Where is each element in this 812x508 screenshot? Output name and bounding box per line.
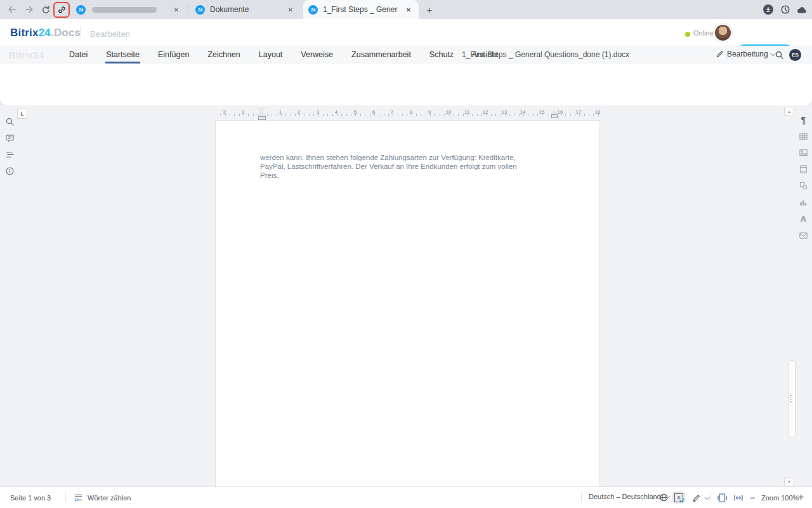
back-arrow-icon [7, 4, 17, 15]
online-status-dot [685, 32, 690, 37]
user-initials-badge[interactable]: ES [789, 49, 801, 61]
track-changes-button[interactable] [691, 493, 709, 503]
close-icon[interactable]: ✕ [285, 4, 296, 15]
menu-items: Datei Startseite Einfügen Zeichnen Layou… [69, 46, 499, 64]
logo-docs: .Docs [51, 27, 81, 39]
statusbar-divider [710, 492, 711, 502]
envelope-icon [799, 231, 808, 240]
header-divider [80, 27, 81, 37]
menu-zeichnen[interactable]: Zeichnen [207, 47, 240, 62]
document-page: werden kann. Ihnen stehen folgende Zahlu… [216, 121, 599, 486]
comments-button[interactable] [4, 132, 15, 144]
language-selector[interactable]: Deutsch – Deutschland [589, 493, 669, 500]
image-settings-button[interactable] [798, 147, 809, 158]
cloud-icon [797, 5, 808, 14]
chevron-down-icon [705, 495, 710, 500]
new-tab-button[interactable]: + [422, 3, 436, 17]
find-button[interactable] [4, 116, 15, 127]
bitrix24-docs-logo: Bitrix24.Docs [10, 27, 81, 39]
fit-page-button[interactable] [717, 493, 727, 503]
search-icon [5, 117, 15, 126]
table-settings-button[interactable] [798, 131, 809, 142]
word-count-icon: 12 [74, 493, 83, 502]
zoom-out-button[interactable]: − [750, 492, 756, 503]
paragraph-settings-button[interactable]: ¶ [798, 114, 809, 125]
headings-list-icon [5, 150, 15, 159]
image-icon [799, 148, 808, 157]
status-bar: Seite 1 von 3 12 Wörter zählen Deutsch –… [0, 486, 812, 508]
profile-button[interactable] [797, 5, 808, 14]
scroll-down-button[interactable]: ▼ [784, 477, 794, 486]
word-count-label: Wörter zählen [88, 494, 131, 502]
ruler-mark: 5 [354, 109, 357, 115]
fit-width-icon [733, 493, 743, 503]
bitrix24-watermark: Bitrix24 [9, 50, 44, 60]
first-line-indent-marker[interactable] [258, 107, 266, 120]
spell-check-toggle[interactable]: A [672, 491, 685, 504]
chart-settings-button[interactable] [798, 197, 809, 208]
online-status-label: Online [693, 29, 714, 37]
fit-page-icon [717, 493, 727, 503]
reload-icon [41, 5, 51, 15]
ruler-mark: 9 [428, 109, 431, 115]
ruler-mark: 12 [483, 109, 488, 115]
navigation-headings-button[interactable] [4, 149, 15, 160]
bitrix-favicon: 24 [195, 5, 205, 15]
user-avatar[interactable] [715, 25, 731, 41]
downloads-button[interactable] [763, 4, 773, 15]
collapse-toolbar-button[interactable]: ▲ [784, 107, 794, 116]
shape-settings-button[interactable] [798, 180, 809, 191]
spell-check-icon: A [674, 493, 683, 502]
vertical-scrollbar-thumb[interactable] [788, 360, 796, 438]
tab-title: 1_First Steps _ General Quest [323, 5, 398, 14]
search-icon [775, 50, 784, 60]
menu-startseite[interactable]: Startseite [105, 47, 140, 62]
svg-text:12: 12 [74, 497, 79, 502]
ruler-mark: 10 [446, 109, 452, 115]
history-button[interactable] [780, 4, 790, 15]
ruler-mark: 1 [279, 109, 282, 115]
review-pen-icon [691, 493, 702, 503]
logo-bitrix: Bitrix [10, 27, 39, 39]
text-art-settings-button[interactable]: A [798, 213, 809, 224]
mail-merge-button[interactable] [798, 230, 809, 241]
bitrix-favicon: 24 [308, 5, 318, 15]
document-text-line: PayPal, Lastschriftverfahren. Der Verkau… [260, 163, 517, 171]
header-footer-icon [799, 164, 808, 174]
screen: 24 ✕ 24 Dokumente ✕ 24 1_First Steps _ G… [0, 0, 812, 508]
close-icon[interactable]: ✕ [403, 4, 414, 15]
annotation-highlight-box [53, 2, 70, 18]
document-language-button[interactable] [659, 493, 669, 502]
toolbar: Helvetica Neue 12 A A Aa B I U S A¹ A₁ [0, 64, 812, 105]
header-footer-settings-button[interactable] [798, 164, 809, 175]
browser-forward-button[interactable] [23, 3, 36, 16]
word-count-button[interactable]: 12 Wörter zählen [74, 493, 131, 502]
close-icon[interactable]: ✕ [171, 4, 181, 15]
menu-layout[interactable]: Layout [258, 47, 284, 62]
link-icon[interactable] [57, 5, 67, 15]
browser-tab-redacted[interactable]: 24 ✕ [71, 0, 187, 19]
editing-mode-label: Bearbeitung [727, 50, 768, 58]
menu-einfuegen[interactable]: Einfügen [157, 47, 190, 62]
browser-back-button[interactable] [6, 3, 18, 16]
horizontal-ruler: 2 1 1 2 3 4 5 6 7 8 9 10 11 12 13 14 15 … [216, 109, 599, 118]
editing-mode-dropdown[interactable]: Bearbeitung [716, 50, 775, 58]
about-button[interactable] [4, 165, 15, 177]
comment-icon [5, 133, 15, 143]
nav-bearbeiten[interactable]: Bearbeiten [90, 29, 130, 39]
menu-zusammenarbeit[interactable]: Zusammenarbeit [351, 47, 412, 62]
menu-bar: Bitrix24 Datei Startseite Einfügen Zeich… [0, 46, 812, 64]
right-indent-marker[interactable] [551, 111, 558, 118]
browser-reload-button[interactable] [39, 3, 52, 16]
pilcrow-icon: ¶ [801, 114, 806, 125]
search-button[interactable] [775, 50, 784, 60]
fit-width-button[interactable] [733, 493, 743, 503]
tab-stop-selector[interactable]: L [17, 109, 27, 119]
menu-verweise[interactable]: Verweise [300, 47, 334, 62]
browser-tab-dokumente[interactable]: 24 Dokumente ✕ [190, 0, 301, 19]
language-label: Deutsch – Deutschland [589, 493, 661, 500]
menu-schutz[interactable]: Schutz [429, 47, 454, 62]
browser-tab-active[interactable]: 24 1_First Steps _ General Quest ✕ [303, 0, 419, 19]
menu-datei[interactable]: Datei [69, 47, 88, 62]
zoom-in-button[interactable]: + [798, 491, 804, 503]
